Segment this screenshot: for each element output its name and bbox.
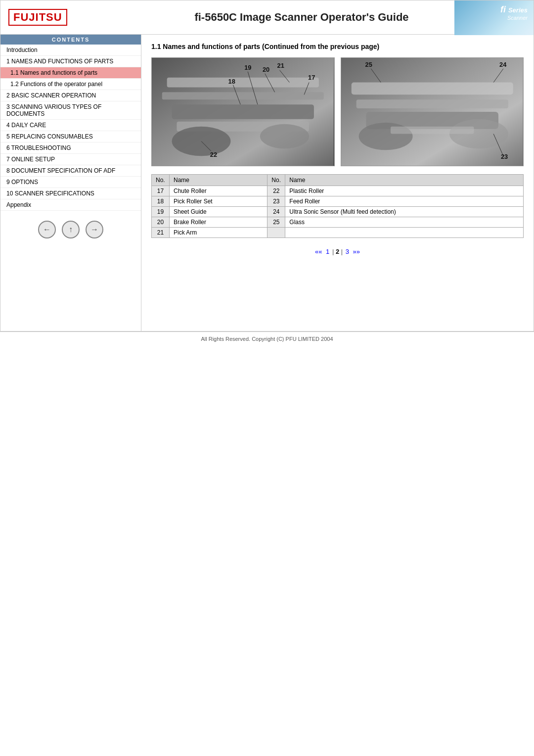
sidebar-nav: ← ↑ → [0, 211, 141, 248]
fi-series-badge: fi Series Scanner [454, 0, 534, 35]
row-name2: Glass [285, 217, 524, 228]
svg-rect-1 [167, 78, 319, 88]
svg-rect-3 [172, 104, 314, 119]
row-no1: 17 [152, 186, 170, 196]
row-no2: 22 [267, 186, 285, 196]
svg-text:25: 25 [365, 61, 372, 68]
row-name2: Plastic Roller [285, 186, 524, 196]
row-no2 [267, 228, 285, 238]
fi-series-label: fi Series [500, 4, 528, 15]
row-no1: 21 [152, 228, 170, 238]
logo-area: FUJITSU [8, 9, 78, 26]
svg-rect-25 [391, 127, 474, 134]
scanner-images-row: 21 20 19 18 17 22 [151, 57, 524, 166]
table-row: 17 Chute Roller 22 Plastic Roller [152, 186, 524, 196]
svg-text:22: 22 [210, 151, 217, 158]
row-name2: Ultra Sonic Sensor (Multi feed detection… [285, 207, 524, 217]
page-header: FUJITSU fi-5650C Image Scanner Operator'… [0, 0, 534, 35]
svg-text:18: 18 [228, 78, 235, 85]
svg-rect-2 [162, 92, 324, 99]
svg-text:17: 17 [308, 74, 315, 81]
sidebar-item-functions-operator-panel[interactable]: 1.2 Functions of the operator panel [0, 79, 141, 90]
svg-text:19: 19 [244, 64, 251, 71]
sidebar-item-scanning-various[interactable]: 3 SCANNING VARIOUS TYPES OF DOCUMENTS [0, 101, 141, 120]
fujitsu-logo: FUJITSU [8, 9, 67, 26]
svg-text:24: 24 [499, 61, 507, 68]
row-name1: Sheet Guide [170, 207, 267, 217]
sidebar-item-names-functions[interactable]: 1 NAMES AND FUNCTIONS OF PARTS [0, 56, 141, 67]
pagination-current: 2 [336, 248, 339, 255]
pagination-next[interactable]: »» [353, 248, 360, 255]
row-name1: Chute Roller [170, 186, 267, 196]
nav-forward-button[interactable]: → [86, 221, 103, 238]
main-layout: CONTENTS Introduction 1 NAMES AND FUNCTI… [0, 35, 534, 331]
row-no2: 25 [267, 217, 285, 228]
row-no2: 24 [267, 207, 285, 217]
sidebar-item-online-setup[interactable]: 7 ONLINE SETUP [0, 154, 141, 165]
col-header-no2: No. [267, 175, 285, 186]
nav-up-button[interactable]: ↑ [62, 221, 80, 238]
sidebar-item-names-functions-of-parts[interactable]: 1.1 Names and functions of parts [0, 67, 141, 79]
table-row: 18 Pick Roller Set 23 Feed Roller [152, 196, 524, 207]
sidebar-item-daily-care[interactable]: 4 DAILY CARE [0, 120, 141, 131]
col-header-name1: Name [170, 175, 267, 186]
parts-table: No. Name No. Name 17 Chute Roller 22 Pla… [151, 174, 524, 238]
pagination-prev[interactable]: «« [315, 248, 322, 255]
row-name2 [285, 228, 524, 238]
sidebar-item-options[interactable]: 9 OPTIONS [0, 177, 141, 188]
scanner-image-left: 21 20 19 18 17 22 [151, 57, 335, 166]
svg-point-6 [260, 124, 309, 149]
svg-text:20: 20 [263, 66, 269, 73]
table-row: 21 Pick Arm [152, 228, 524, 238]
svg-rect-21 [356, 99, 508, 108]
sidebar-item-introduction[interactable]: Introduction [0, 45, 141, 56]
table-row: 20 Brake Roller 25 Glass [152, 217, 524, 228]
sidebar-item-troubleshooting[interactable]: 6 TROUBLESHOOTING [0, 142, 141, 154]
sidebar-header: CONTENTS [0, 35, 141, 45]
row-no2: 23 [267, 196, 285, 207]
col-header-name2: Name [285, 175, 524, 186]
sidebar-item-appendix[interactable]: Appendix [0, 199, 141, 211]
fi-series-sub: Scanner [507, 15, 528, 21]
sidebar-item-basic-scanner[interactable]: 2 BASIC SCANNER OPERATION [0, 90, 141, 101]
svg-rect-20 [351, 83, 513, 95]
sidebar-item-scanner-specs[interactable]: 10 SCANNER SPECIFICATIONS [0, 188, 141, 199]
row-no1: 19 [152, 207, 170, 217]
sidebar: CONTENTS Introduction 1 NAMES AND FUNCTI… [0, 35, 141, 331]
scanner-image-right: 25 24 23 [341, 57, 524, 166]
content-area: 1.1 Names and functions of parts (Contin… [141, 35, 534, 331]
pagination-page-1[interactable]: 1 [326, 248, 329, 255]
row-name1: Pick Arm [170, 228, 267, 238]
row-no1: 18 [152, 196, 170, 207]
row-no1: 20 [152, 217, 170, 228]
svg-text:23: 23 [500, 153, 507, 160]
row-name2: Feed Roller [285, 196, 524, 207]
sidebar-item-document-spec[interactable]: 8 DOCUMENT SPECIFICATION OF ADF [0, 165, 141, 177]
copyright-text: All Rights Reserved. Copyright (C) PFU L… [201, 336, 333, 342]
row-name1: Pick Roller Set [170, 196, 267, 207]
pagination-page-3[interactable]: 3 [346, 248, 349, 255]
footer: All Rights Reserved. Copyright (C) PFU L… [0, 331, 534, 346]
sidebar-item-replacing[interactable]: 5 REPLACING CONSUMABLES [0, 131, 141, 142]
row-name1: Brake Roller [170, 217, 267, 228]
nav-back-button[interactable]: ← [38, 221, 56, 238]
content-heading: 1.1 Names and functions of parts (Contin… [151, 43, 524, 50]
pagination: «« 1 | 2 | 3 »» [151, 243, 524, 258]
table-row: 19 Sheet Guide 24 Ultra Sonic Sensor (Mu… [152, 207, 524, 217]
svg-text:21: 21 [277, 62, 284, 69]
col-header-no1: No. [152, 175, 170, 186]
